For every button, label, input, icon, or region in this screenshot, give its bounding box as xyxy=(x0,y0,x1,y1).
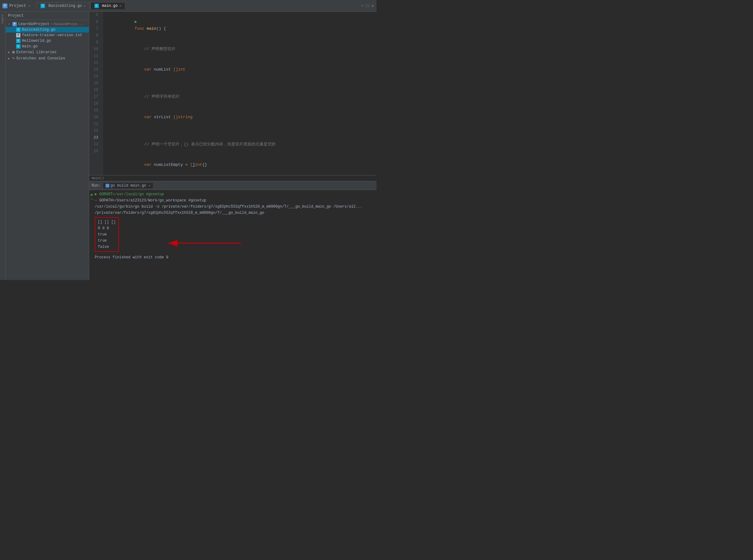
library-icon: ⊞ xyxy=(13,50,15,55)
project-path: ~/GolandProje... xyxy=(51,22,83,26)
sidebar-item-scratches[interactable]: ▶ ✎ Scratches and Consoles xyxy=(5,55,89,61)
project-label[interactable]: Project xyxy=(9,3,26,8)
minimize-button[interactable]: ─ xyxy=(361,3,364,8)
type-int-13: int xyxy=(195,162,202,167)
output-line-2: 0 0 0 xyxy=(98,225,116,232)
chevron-icon: ▾ xyxy=(28,3,31,8)
terminal-content: ▶ — ▶ GOROOT=/usr/local/go #gosetup — GO… xyxy=(89,190,376,280)
side-label-learn[interactable]: Learn xyxy=(0,12,5,26)
tab-main-close[interactable]: ✕ xyxy=(119,4,121,8)
breadcrumb: main() xyxy=(89,175,376,181)
code-line-9: // 声明字符串切片 xyxy=(105,87,376,107)
ln-11: 11 xyxy=(89,53,101,59)
go-icon-helloworld: G xyxy=(16,39,20,43)
sidebar-item-helloworld[interactable]: G Helloworld.go xyxy=(5,38,89,44)
sidebar-item-trainer[interactable]: T feature-trainer-version.txt xyxy=(5,33,89,38)
bracket-7: [] xyxy=(173,67,178,72)
comment-12: // 声明一个空切片，{} 表示已经分配内存，但是切片里面的元素是空的 xyxy=(135,142,275,147)
main-layout: Learn Project ▾ P LearnGoProject ~/Golan… xyxy=(0,12,376,280)
run-label: Run: xyxy=(92,183,101,188)
title-bar: P Project ▾ G Basicediting.go ✕ G main.g… xyxy=(0,0,376,12)
code-line-12: // 声明一个空切片，{} 表示已经分配内存，但是切片里面的元素是空的 xyxy=(105,134,376,155)
close-window-button[interactable]: ✕ xyxy=(371,3,374,8)
term-dash-2: — xyxy=(95,198,99,203)
ln-15: 15 xyxy=(89,80,101,87)
ln-25: 25 xyxy=(89,148,101,155)
tab-main-label: main.go xyxy=(102,4,118,8)
sidebar-external-label: External Libraries xyxy=(16,50,57,55)
ln-23: 23 xyxy=(89,134,101,141)
ln-5: 5 xyxy=(89,12,101,19)
paren-5: () { xyxy=(156,26,166,31)
indent-13 xyxy=(135,162,144,167)
code-content: 5 6 7 8 9 10 11 12 13 14 15 16 17 18 19 … xyxy=(89,12,376,175)
code-line-10: var strList []string xyxy=(105,107,376,127)
terminal-tab-name: go build main.go xyxy=(111,183,146,188)
editor-tabs: G Basicediting.go ✕ G main.go ✕ xyxy=(37,2,125,9)
tab-main-icon: G xyxy=(94,4,99,8)
bracket-10: [] xyxy=(173,115,178,119)
sidebar-trainer-label: feature-trainer-version.txt xyxy=(22,33,82,37)
project-icon: P xyxy=(2,3,7,8)
ln-18: 18 xyxy=(89,100,101,107)
ln-14: 14 xyxy=(89,73,101,80)
line-numbers: 5 6 7 8 9 10 11 12 13 14 15 16 17 18 19 … xyxy=(89,12,103,175)
term-run-arrow: ▶ xyxy=(91,193,93,197)
term-text-1: GOROOT=/usr/local/go #gosetup xyxy=(99,192,164,197)
comment-6: // 声明整型切片 xyxy=(135,47,176,52)
output-line-1: [] [] [] xyxy=(98,219,116,225)
expand-button[interactable]: □ xyxy=(366,3,369,8)
content-area: 5 6 7 8 9 10 11 12 13 14 15 16 17 18 19 … xyxy=(89,12,376,280)
ln-22: 22 xyxy=(89,127,101,134)
code-lines[interactable]: ▶ func main() { // 声明整型切片 var numList []… xyxy=(103,12,376,175)
code-line-7: var numList []int xyxy=(105,59,376,80)
sidebar-item-project[interactable]: ▾ P LearnGoProject ~/GolandProje... xyxy=(5,21,89,27)
ln-24: 24 xyxy=(89,141,101,148)
code-line-5: ▶ func main() { xyxy=(105,12,376,39)
expand-arrow-external: ▶ xyxy=(8,51,11,54)
fn-main: main xyxy=(147,26,156,31)
type-string-10: string xyxy=(178,115,193,119)
output-line-3: true xyxy=(98,232,116,238)
sidebar-scratches-label: Scratches and Consoles xyxy=(16,56,65,61)
term-process-line: Process finished with exit code 0 xyxy=(95,254,374,260)
output-region: [] [] [] 0 0 0 true true false xyxy=(95,217,374,252)
ln-16: 16 xyxy=(89,87,101,94)
code-line-8 xyxy=(105,80,376,87)
kw-var-10: var xyxy=(144,115,154,119)
sidebar-item-external[interactable]: ▶ ⊞ External Libraries xyxy=(5,49,89,55)
terminal-side-icons: ▶ — xyxy=(89,191,95,279)
kw-func: func xyxy=(135,26,147,31)
run-icon-5[interactable]: ▶ xyxy=(135,20,137,24)
var-strList: strList xyxy=(154,115,173,119)
term-text-4: /private/var/folders/g7/sg02phc552qffxx1… xyxy=(95,211,264,215)
sidebar-helloworld-label: Helloworld.go xyxy=(22,39,51,43)
terminal-tab-build[interactable]: go build main.go ✕ xyxy=(103,183,153,188)
term-text-2: GOPATH=/Users/a123123/Work/go_workspace … xyxy=(99,198,206,203)
kw-var-7: var xyxy=(144,67,154,72)
title-bar-actions: ─ □ ✕ xyxy=(361,3,374,8)
comment-9: // 声明字符串切片 xyxy=(135,94,180,99)
sidebar-title: Project xyxy=(8,14,23,18)
code-line-13: var numListEmpty = []int{} xyxy=(105,155,376,175)
output-line-4: true xyxy=(98,238,116,244)
term-line-4: /private/var/folders/g7/sg02phc552qffxx1… xyxy=(95,210,374,216)
sidebar-header: Project xyxy=(5,12,89,20)
sidebar-basicediting-label: Basicediting.go xyxy=(22,27,55,32)
output-boxed: [] [] [] 0 0 0 true true false xyxy=(95,217,119,252)
tab-basicediting[interactable]: G Basicediting.go ✕ xyxy=(37,2,90,9)
tab-main[interactable]: G main.go ✕ xyxy=(91,2,125,9)
sidebar-item-basicediting[interactable]: G Basicediting.go xyxy=(5,27,89,33)
ln-20: 20 xyxy=(89,114,101,121)
braces-13: {} xyxy=(202,162,207,167)
ln-10: 10 xyxy=(89,46,101,53)
terminal-tab-close[interactable]: ✕ xyxy=(149,184,151,187)
code-editor: 5 6 7 8 9 10 11 12 13 14 15 16 17 18 19 … xyxy=(89,12,376,181)
side-labels: Learn xyxy=(0,12,5,280)
term-line-1: ▶ GOROOT=/usr/local/go #gosetup xyxy=(95,191,374,197)
terminal-panel: Run: go build main.go ✕ ▶ — ▶ GOROOT=/us… xyxy=(89,181,376,280)
tab-basicediting-close[interactable]: ✕ xyxy=(83,4,85,8)
code-line-6: // 声明整型切片 xyxy=(105,39,376,59)
bracket-sq-13: [ xyxy=(190,162,193,167)
sidebar-item-maingo[interactable]: G main.go xyxy=(5,44,89,49)
